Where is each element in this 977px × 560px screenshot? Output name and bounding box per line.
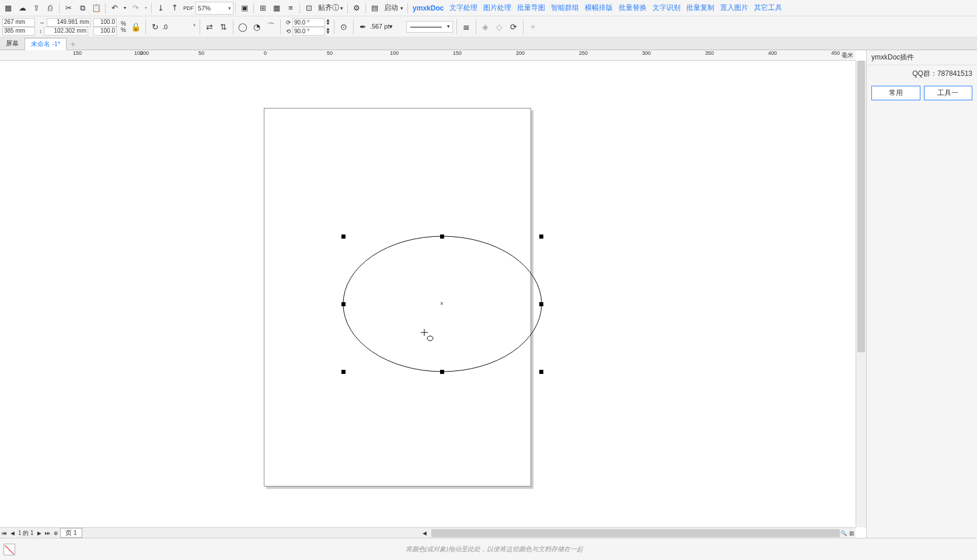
horizontal-scrollbar[interactable] — [431, 529, 829, 537]
add-tab-button[interactable]: ＋ — [67, 39, 79, 50]
grid-icon[interactable]: ⊞ — [256, 2, 269, 15]
plugin-link-0[interactable]: ymxkDoc — [410, 4, 446, 12]
viewport[interactable]: × — [0, 61, 856, 527]
handle-tc[interactable] — [440, 235, 444, 239]
guides-icon[interactable]: ≡ — [284, 2, 297, 15]
plugin-link-3[interactable]: 批量导图 — [514, 3, 548, 13]
back-icon[interactable]: ◇ — [493, 20, 506, 33]
handle-ml[interactable] — [341, 302, 346, 306]
panel-tab-common[interactable]: 常用 — [871, 86, 920, 100]
direction-icon[interactable]: ⊙ — [337, 20, 350, 33]
plugin-link-9[interactable]: 置入图片 — [717, 3, 751, 13]
mirror-h-icon[interactable]: ⇄ — [203, 20, 216, 33]
handle-bl[interactable] — [341, 370, 346, 374]
grid2-icon[interactable]: ▦ — [270, 2, 283, 15]
handle-tl[interactable] — [341, 235, 346, 239]
save-cloud-icon[interactable]: ⇧ — [30, 2, 43, 15]
arc-tool-icon[interactable]: ⌒ — [264, 20, 277, 33]
launch-doc-icon[interactable]: ▤ — [368, 2, 381, 15]
snap-icon[interactable]: ⊡ — [302, 2, 315, 15]
redo-dd-icon[interactable]: ▾ — [143, 2, 149, 15]
ellipse-cursor-icon — [418, 329, 434, 344]
snap-label: 贴齐 — [318, 3, 332, 13]
front-icon[interactable]: ◈ — [479, 20, 492, 33]
print-icon[interactable]: ⎙ — [44, 2, 57, 15]
export-icon[interactable]: ⤒ — [168, 2, 181, 15]
ruler-unit-label: 毫米 — [842, 51, 853, 60]
open-cloud-icon[interactable]: ☁ — [16, 2, 29, 15]
scale-x-input[interactable]: 100.0 — [93, 18, 117, 27]
wrap-text-icon[interactable]: ≣ — [460, 20, 473, 33]
redo-icon[interactable]: ↷ — [129, 2, 142, 15]
height-input[interactable]: 102.302 mm — [44, 27, 88, 36]
lock-ratio-icon[interactable]: 🔒 — [130, 20, 142, 33]
options-icon[interactable]: ⚙ — [350, 2, 363, 15]
plugin-link-1[interactable]: 文字处理 — [446, 3, 480, 13]
paste-icon[interactable]: 📋 — [90, 2, 103, 15]
ruler-tick: 300 — [642, 50, 651, 56]
cut-icon[interactable]: ✂ — [62, 2, 75, 15]
handle-mr[interactable] — [539, 302, 543, 306]
new-icon[interactable]: ▦ — [2, 2, 15, 15]
import-icon[interactable]: ⤓ — [154, 2, 167, 15]
add-page-icon[interactable]: ⊕ — [52, 529, 60, 537]
doc-palette-swatch[interactable] — [4, 544, 15, 555]
handle-tr[interactable] — [539, 235, 543, 239]
snap-button[interactable]: 贴齐ⓘ ▾ — [316, 2, 346, 15]
nav-first-icon[interactable]: ⏮ — [0, 529, 8, 537]
spin-down-icon[interactable]: ▼ — [326, 31, 330, 34]
doc-tab-untitled[interactable]: 未命名 -1* — [25, 38, 67, 50]
width-input[interactable]: 149.981 mm — [47, 18, 91, 27]
zoom-dropdown[interactable]: 57%▾ — [196, 2, 233, 15]
plugin-link-6[interactable]: 批量替换 — [616, 3, 650, 13]
launch-button[interactable]: 启动 ▾ — [382, 2, 406, 15]
zoom-tool-icon[interactable]: 🔍 — [839, 529, 847, 537]
selected-ellipse[interactable]: × — [343, 236, 542, 372]
end-angle-input[interactable]: 90.0 ° — [292, 27, 325, 36]
pdf-icon[interactable]: PDF — [182, 2, 195, 15]
undo-dd-icon[interactable]: ▾ — [122, 2, 128, 15]
plugin-link-10[interactable]: 其它工具 — [751, 3, 785, 13]
spin-down-icon[interactable]: ▼ — [326, 22, 330, 26]
hscroll-left-icon[interactable]: ◀ — [421, 529, 429, 537]
vertical-scrollbar[interactable] — [856, 61, 866, 527]
plugin-link-7[interactable]: 文字识别 — [650, 3, 683, 13]
copy-icon[interactable]: ⧉ — [76, 2, 89, 15]
scrollbar-thumb[interactable] — [431, 529, 840, 537]
color-proof-icon[interactable]: ▥ — [847, 529, 856, 537]
rotation-input[interactable]: .0 — [162, 23, 191, 30]
plugin-link-8[interactable]: 批量复制 — [683, 3, 717, 13]
page-tab-1[interactable]: 页 1 — [60, 528, 82, 538]
pos-y-input[interactable]: 385 mm — [2, 27, 35, 36]
undo-icon[interactable]: ↶ — [108, 2, 121, 15]
ruler-tick: 100 — [134, 50, 143, 56]
doc-tab-screen[interactable]: 屏幕 — [0, 37, 25, 50]
outline-style-dropdown[interactable]: ▾ — [406, 21, 453, 33]
handle-br[interactable] — [539, 370, 543, 374]
start-angle-input[interactable]: 90.0 ° — [292, 18, 325, 27]
size-group: ↔149.981 mm ↕102.302 mm — [37, 18, 91, 36]
handle-bc[interactable] — [440, 370, 444, 374]
rotate-icon[interactable]: ↻ — [149, 20, 162, 33]
fullscreen-icon[interactable]: ▣ — [238, 2, 251, 15]
nav-next-icon[interactable]: ▶ — [36, 529, 44, 537]
nav-last-icon[interactable]: ⏭ — [44, 529, 52, 537]
convert-icon[interactable]: ⟳ — [507, 20, 520, 33]
status-bar: 将颜色(或对象)拖动至此处，以便将这些颜色与文档存储在一起 — [0, 538, 977, 560]
pie-tool-icon[interactable]: ◔ — [250, 20, 263, 33]
panel-tab-tool1[interactable]: 工具一 — [924, 86, 973, 100]
plugin-link-2[interactable]: 图片处理 — [480, 3, 514, 13]
scale-y-input[interactable]: 100.0 — [93, 27, 117, 36]
ellipse-tool-icon[interactable]: ◯ — [236, 20, 249, 33]
nav-prev-icon[interactable]: ◀ — [8, 529, 16, 537]
mirror-v-icon[interactable]: ⇅ — [217, 20, 230, 33]
add-icon[interactable]: ＋ — [526, 20, 539, 33]
plugin-link-4[interactable]: 智能群组 — [548, 3, 582, 13]
outline-pen-icon[interactable]: ✒ — [357, 20, 369, 33]
pos-x-input[interactable]: 267 mm — [2, 18, 35, 27]
separator — [347, 3, 348, 13]
scrollbar-thumb[interactable] — [857, 61, 865, 352]
ruler-horizontal[interactable]: 200 150 100 50 0 50 100 150 200 250 300 … — [0, 50, 856, 61]
outline-width-dropdown[interactable]: .567 pt▾ — [370, 23, 405, 30]
plugin-link-5[interactable]: 横幅排版 — [582, 3, 616, 13]
